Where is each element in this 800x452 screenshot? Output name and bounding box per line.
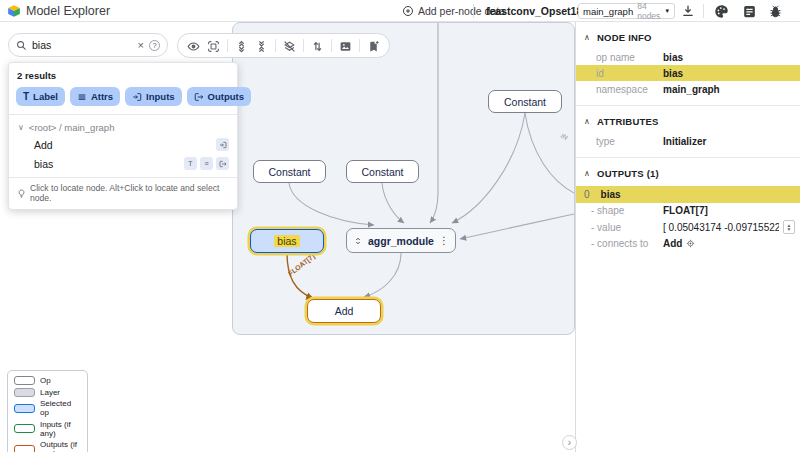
match-badge-attrs: ≡: [200, 157, 213, 170]
layer-swatch: [14, 388, 35, 397]
search-results-panel: 2 results T Label Attrs Inputs Outputs ∨: [8, 62, 238, 210]
article-icon: [742, 4, 757, 19]
expand-all-layers-button[interactable]: [235, 39, 248, 52]
results-tree: ∨ <root> / main_graph Add bias T ≡: [9, 115, 237, 177]
bookmark-add-icon: [367, 40, 380, 53]
graph-node-constant-top[interactable]: Constant: [488, 90, 562, 113]
zoom-to-fit-button[interactable]: [207, 39, 220, 52]
inputs-badge-icon: [219, 141, 227, 149]
toolbar-divider: [359, 39, 360, 52]
visibility-toggle-button[interactable]: [187, 39, 200, 52]
tree-root-row[interactable]: ∨ <root> / main_graph: [9, 120, 237, 135]
fit-screen-icon: [207, 40, 220, 53]
swap-layout-button[interactable]: [311, 39, 324, 52]
collapse-all-layers-button[interactable]: [255, 39, 268, 52]
download-icon: [681, 4, 695, 18]
dropdown-arrow-icon: ▼: [664, 8, 670, 14]
unfold-less-double-icon: [255, 40, 268, 53]
graph-node-constant-left[interactable]: Constant: [253, 160, 326, 183]
app-header: Model Explorer Add per-node data feastco…: [0, 0, 800, 22]
toolbar-divider: [331, 39, 332, 52]
legend-item-op: Op: [14, 376, 81, 385]
app-title: Model Explorer: [26, 0, 110, 22]
unfold-layer-icon[interactable]: [353, 236, 363, 246]
flag-button[interactable]: [367, 39, 380, 52]
section-header-attributes[interactable]: ∧ ATTRIBUTES: [576, 106, 800, 133]
plus-circle-icon: [402, 5, 414, 17]
graph-selector-dropdown[interactable]: main_graph 84 nodes ▼: [578, 3, 675, 19]
theme-palette-button[interactable]: [714, 4, 729, 19]
result-row-add[interactable]: Add: [9, 135, 237, 154]
legend-item-layer: Layer: [14, 388, 81, 397]
outputs-swatch: [14, 445, 35, 452]
result-row-bias[interactable]: bias T ≡: [9, 154, 237, 173]
attrs-filter-icon: [77, 92, 87, 102]
inputs-filter-icon: [132, 92, 142, 102]
legend-item-outputs: Outputs (if any): [14, 440, 81, 452]
search-icon: [16, 40, 27, 51]
docs-button[interactable]: [742, 4, 757, 19]
collapse-panel-button[interactable]: ›: [562, 435, 577, 450]
expand-values-button[interactable]: ▴ ▾: [783, 220, 795, 234]
toolbar-divider: [275, 39, 276, 52]
outputs-badge-icon: [219, 160, 227, 168]
swap-vert-icon: [311, 40, 324, 53]
collapse-section-icon: ∧: [584, 169, 590, 178]
bug-icon: [768, 4, 783, 19]
flatten-layers-button[interactable]: [283, 39, 296, 52]
filter-chip-outputs[interactable]: Outputs: [187, 87, 251, 106]
collapse-section-icon: ∧: [584, 33, 590, 42]
output-item-header-highlighted: 0 bias: [576, 186, 800, 203]
app-logo-icon: [7, 4, 21, 18]
graph-node-add-output[interactable]: Add: [307, 299, 381, 323]
stepper-down-icon: ▾: [788, 227, 791, 232]
search-help-icon[interactable]: ?: [149, 40, 160, 51]
section-header-node-info[interactable]: ∧ NODE INFO: [576, 22, 800, 49]
graph-canvas[interactable]: FLOAT[7] IN Constant Constant Constant b…: [232, 22, 575, 335]
header-divider: [473, 4, 474, 18]
bug-report-button[interactable]: [768, 4, 783, 19]
match-badge-label: T: [184, 157, 197, 170]
toolbar-divider: [303, 39, 304, 52]
download-graph-button[interactable]: [681, 4, 695, 18]
graph-node-aggr-module-layer[interactable]: aggr_module ⋮: [346, 228, 456, 253]
graph-node-bias-selected[interactable]: bias: [250, 229, 324, 253]
tree-expander-icon: ∨: [18, 123, 24, 132]
collapse-section-icon: ∧: [584, 117, 590, 126]
output-row-shape: - shape FLOAT[7]: [576, 203, 800, 218]
search-filter-chips: T Label Attrs Inputs Outputs: [9, 87, 237, 114]
model-explorer-app: Model Explorer Add per-node data feastco…: [0, 0, 800, 452]
search-input[interactable]: [32, 39, 133, 51]
palette-icon: [714, 4, 729, 19]
chevron-right-icon: ›: [568, 437, 571, 448]
locate-node-icon[interactable]: [686, 239, 695, 248]
results-count: 2 results: [9, 63, 237, 87]
clear-search-icon[interactable]: ×: [138, 40, 144, 51]
filter-chip-inputs[interactable]: Inputs: [125, 87, 182, 106]
outputs-filter-icon: [194, 92, 204, 102]
graph-node-constant-mid[interactable]: Constant: [346, 160, 419, 183]
inputs-swatch: [14, 424, 35, 433]
image-icon: [339, 40, 352, 53]
match-badge-outputs: [216, 157, 229, 170]
node-more-menu-icon[interactable]: ⋮: [439, 235, 449, 246]
locate-hint: Click to locate node. Alt+Click to locat…: [9, 178, 237, 209]
node-search-box: × ?: [8, 33, 168, 57]
export-png-button[interactable]: [339, 39, 352, 52]
output-row-value: - value [ 0.05043174 -0.09715522 -0.0938…: [576, 218, 800, 236]
filter-chip-attrs[interactable]: Attrs: [70, 87, 120, 106]
graph-legend: Op Layer Selected op Inputs (if any) Out…: [7, 370, 88, 452]
node-info-panel: ∧ NODE INFO op name bias id bias namespa…: [575, 22, 800, 452]
legend-item-inputs: Inputs (if any): [14, 420, 81, 438]
output-row-connects-to: - connects to Add: [576, 236, 800, 251]
info-row-op-name: op name bias: [576, 49, 800, 65]
label-filter-icon: T: [23, 91, 29, 102]
filter-chip-label[interactable]: T Label: [16, 87, 65, 106]
header-divider: [703, 4, 704, 18]
match-badge-inputs: [216, 138, 229, 151]
info-row-id-highlighted: id bias: [576, 65, 800, 81]
toolbar-divider: [227, 39, 228, 52]
attr-row-type: type Initializer: [576, 133, 800, 149]
unfold-more-double-icon: [235, 40, 248, 53]
section-header-outputs[interactable]: ∧ OUTPUTS (1): [576, 158, 800, 185]
